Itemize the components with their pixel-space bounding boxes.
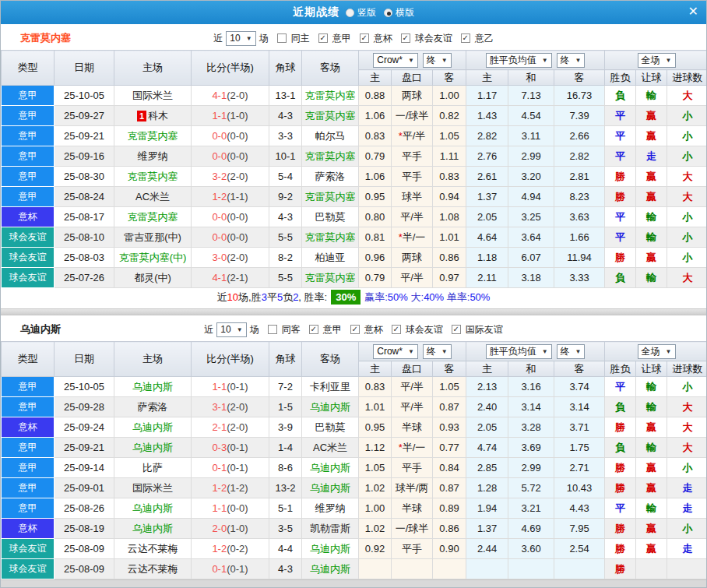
scope-select-value: 全场 <box>642 55 660 66</box>
scope-group-header: 全场▼ <box>605 342 707 361</box>
handicap-away-odds: 0.84 <box>433 458 466 478</box>
radio-horizontal-layout[interactable]: 横版 <box>384 6 414 19</box>
odds-source-select-value: Crow* <box>377 346 403 357</box>
away-team: AC米兰 <box>302 438 359 458</box>
half-time-score: (0-2) <box>227 543 248 555</box>
handicap-home-odds: 1.05 <box>359 458 392 478</box>
avg-home-odds: 2.40 <box>466 397 508 417</box>
scope-select[interactable]: 全场▼ <box>638 344 676 359</box>
odds-stage-select[interactable]: 终▼ <box>423 344 452 359</box>
same-venue-label: 同客 <box>282 323 301 336</box>
handicap-away-odds: 1.05 <box>433 377 466 397</box>
result-handicap: 輸 <box>636 268 667 288</box>
home-team: 萨索洛 <box>114 397 192 417</box>
league-filter-checkbox[interactable]: ✓ <box>401 33 410 43</box>
match-row: 意甲25-08-24AC米兰1-2(1-1)9-2克雷莫内塞0.95球半0.94… <box>2 187 707 207</box>
result-handicap: 輸 <box>636 227 667 248</box>
result-handicap: 贏 <box>636 126 667 146</box>
away-team-name: 克雷莫内塞 <box>305 110 356 121</box>
league-filter-checkbox[interactable]: ✓ <box>461 33 470 43</box>
away-team: 乌迪内斯 <box>302 458 359 478</box>
corner-score: 4-4 <box>269 539 302 559</box>
match-count-select[interactable]: 10▼ <box>216 322 246 337</box>
home-team-name: 都灵(中) <box>134 272 171 283</box>
handicap-away-odds: 0.93 <box>433 417 466 438</box>
league-badge: 意甲 <box>2 126 55 146</box>
avg-stage-select[interactable]: 终▼ <box>557 53 586 68</box>
match-row: 球会友谊25-08-09云达不莱梅1-2(0-2)4-4乌迪内斯0.92平手0.… <box>2 539 707 559</box>
avg-stage-select[interactable]: 终▼ <box>557 344 586 359</box>
handicap-line-text: 平手 <box>402 171 422 182</box>
subheader-3: 主 <box>466 361 508 377</box>
match-row: 意甲25-08-26乌迪内斯1-1(0-0)5-1维罗纳1.00半球0.891.… <box>2 498 707 519</box>
league-filter-checkbox[interactable]: ✓ <box>350 325 360 334</box>
league-badge: 球会友谊 <box>2 227 55 248</box>
result-goals: 走 <box>667 478 707 498</box>
result-goals: 小 <box>667 126 707 146</box>
league-filter-label: 意甲 <box>323 323 342 336</box>
avg-draw-odds: 2.99 <box>508 458 554 478</box>
radio-icon <box>384 9 392 17</box>
result-outcome: 平 <box>605 106 636 126</box>
odds-source-select[interactable]: Crow*▼ <box>373 344 418 359</box>
avg-home-odds: 2.05 <box>466 417 508 438</box>
avg-away-odds: 1.75 <box>554 438 605 458</box>
result-outcome: 負 <box>605 268 636 288</box>
home-team: 比萨 <box>114 458 192 478</box>
header-score: 比分(半场) <box>192 342 269 377</box>
away-team: 克雷莫内塞 <box>302 146 359 167</box>
handicap-line: 平/半 <box>392 377 433 397</box>
handicap-line: 一/球半 <box>392 106 433 126</box>
away-team: 乌迪内斯 <box>302 559 359 579</box>
dropdown-caret-icon: ▼ <box>441 346 448 357</box>
match-date: 25-08-03 <box>55 248 114 268</box>
summary-text: 场,胜 <box>238 291 262 303</box>
odds-source-select[interactable]: Crow*▼ <box>373 53 418 68</box>
match-date: 25-07-26 <box>55 268 114 288</box>
handicap-away-odds: 0.86 <box>433 248 466 268</box>
summary-text: 50% <box>470 291 490 303</box>
score-cell: 1-2(1-1) <box>192 187 269 207</box>
league-filter-checkbox[interactable]: ✓ <box>452 325 461 334</box>
avg-draw-odds: 3.18 <box>508 268 554 288</box>
subheader-1: 盘口 <box>392 361 433 377</box>
score-cell: 0-0(0-0) <box>192 146 269 167</box>
home-team-name: 云达不莱梅 <box>128 543 178 555</box>
handicap-line: *半/一 <box>392 438 433 458</box>
avg-draw-odds: 3.11 <box>508 126 554 146</box>
handicap-line: 半球 <box>392 498 433 519</box>
handicap-line-text: 一/球半 <box>396 523 429 534</box>
avg-type-select[interactable]: 胜平负均值▼ <box>486 344 552 359</box>
home-team: 云达不莱梅 <box>114 539 192 559</box>
scope-select[interactable]: 全场▼ <box>638 53 676 68</box>
dropdown-caret-icon: ▼ <box>237 324 243 336</box>
subheader-7: 让球 <box>636 70 667 86</box>
home-team-name: 乌迪内斯 <box>132 421 173 433</box>
avg-draw-odds: 3.69 <box>508 438 554 458</box>
league-filter-checkbox[interactable]: ✓ <box>392 325 401 334</box>
match-count-select[interactable]: 10▼ <box>226 31 255 46</box>
same-venue-checkbox[interactable] <box>268 325 277 334</box>
match-row: 意甲25-09-271科木1-1(1-0)4-3克雷莫内塞1.06一/球半0.8… <box>2 106 707 126</box>
league-filter-checkbox[interactable]: ✓ <box>318 33 328 43</box>
avg-draw-odds: 3.60 <box>508 539 554 559</box>
match-date: 25-09-24 <box>55 417 114 438</box>
results-table: 类型日期主场比分(半场)角球客场Crow*▼终▼胜平负均值▼终▼全场▼主盘口客主… <box>1 50 707 288</box>
league-filter-checkbox[interactable]: ✓ <box>360 33 369 43</box>
handicap-away-odds: 0.97 <box>433 268 466 288</box>
avg-draw-odds: 4.69 <box>508 519 554 539</box>
odds-stage-select[interactable]: 终▼ <box>423 53 452 68</box>
away-team-name: AC米兰 <box>313 442 347 453</box>
avg-type-select[interactable]: 胜平负均值▼ <box>486 53 552 68</box>
result-goals: 大 <box>667 187 707 207</box>
home-team: 克雷莫内塞 <box>114 126 192 146</box>
same-venue-checkbox[interactable] <box>277 33 287 43</box>
avg-away-odds: 3.33 <box>554 268 605 288</box>
filter-controls: 近10▼场同客✓意甲✓意杯✓球会友谊✓国际友谊 <box>203 322 503 337</box>
close-icon[interactable]: ✕ <box>688 4 698 19</box>
radio-vertical-layout[interactable]: 竖版 <box>346 6 376 19</box>
radio-label: 竖版 <box>357 6 376 19</box>
avg-away-odds: 8.23 <box>554 187 605 207</box>
league-filter-checkbox[interactable]: ✓ <box>309 325 318 334</box>
dropdown-caret-icon: ▼ <box>408 55 414 66</box>
